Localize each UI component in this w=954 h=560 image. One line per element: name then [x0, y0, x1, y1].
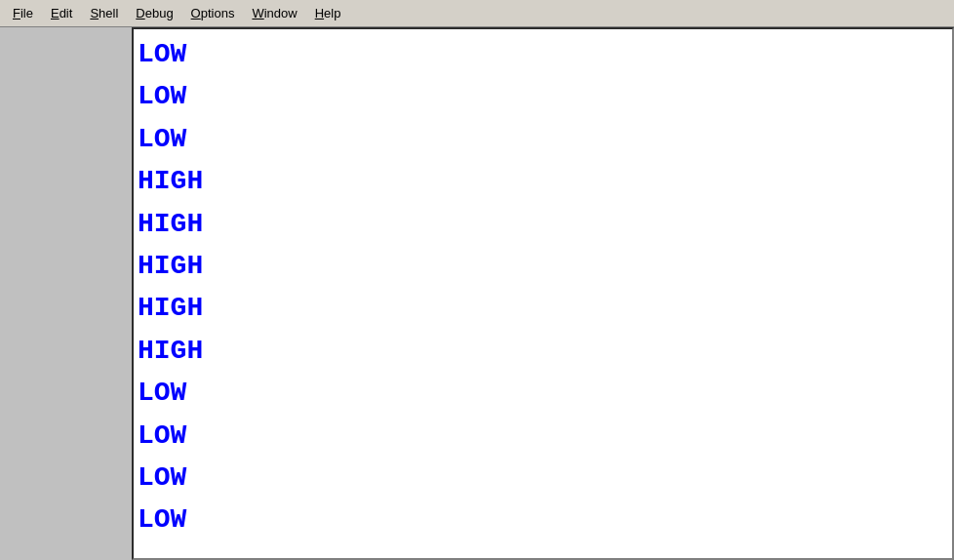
- terminal-line: LOW: [138, 499, 948, 540]
- terminal-line: LOW: [138, 75, 948, 117]
- terminal-area[interactable]: LOWLOWLOWHIGHHIGHHIGHHIGHHIGHLOWLOWLOWLO…: [132, 27, 954, 560]
- terminal-line: HIGH: [138, 160, 948, 202]
- terminal-line: HIGH: [138, 287, 948, 329]
- terminal-line: LOW: [138, 415, 948, 457]
- terminal-line: HIGH: [138, 330, 948, 372]
- terminal-line: LOW: [138, 33, 948, 75]
- menu-debug[interactable]: Debug: [127, 2, 181, 24]
- menu-file[interactable]: File: [4, 2, 42, 24]
- menu-options[interactable]: Options: [182, 2, 244, 24]
- menu-shell[interactable]: Shell: [81, 2, 127, 24]
- menu-window[interactable]: Window: [243, 2, 305, 24]
- left-panel: [0, 27, 132, 560]
- terminal-line: LOW: [138, 457, 948, 499]
- menu-bar: File Edit Shell Debug Options Window Hel…: [0, 0, 954, 27]
- terminal-line: LOW: [138, 372, 948, 414]
- terminal-line: LOW: [138, 118, 948, 160]
- menu-help[interactable]: Help: [306, 2, 350, 24]
- menu-edit[interactable]: Edit: [42, 2, 81, 24]
- content-area: LOWLOWLOWHIGHHIGHHIGHHIGHHIGHLOWLOWLOWLO…: [0, 27, 954, 560]
- terminal-line: HIGH: [138, 203, 948, 245]
- main-window: File Edit Shell Debug Options Window Hel…: [0, 0, 954, 560]
- terminal-line: HIGH: [138, 245, 948, 287]
